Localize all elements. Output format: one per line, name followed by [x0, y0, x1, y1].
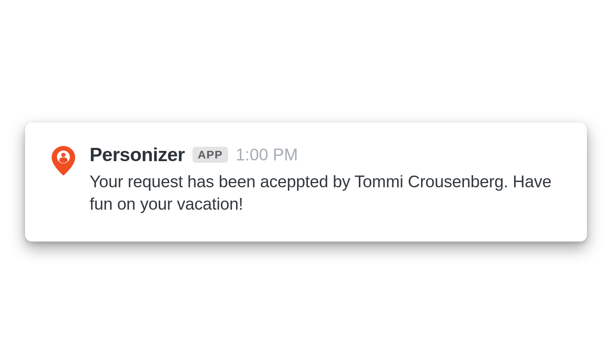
- svg-point-1: [62, 153, 66, 157]
- person-pin-icon: [52, 146, 75, 176]
- app-badge: APP: [192, 147, 228, 163]
- notification-card: Personizer APP 1:00 PM Your request has …: [25, 122, 587, 242]
- notification-content: Personizer APP 1:00 PM Your request has …: [90, 144, 560, 215]
- notification-message: Your request has been aceppted by Tommi …: [90, 170, 560, 215]
- notification-timestamp: 1:00 PM: [236, 145, 298, 164]
- notification-header: Personizer APP 1:00 PM: [90, 144, 560, 166]
- app-icon-container: [52, 144, 75, 176]
- app-name: Personizer: [90, 144, 185, 166]
